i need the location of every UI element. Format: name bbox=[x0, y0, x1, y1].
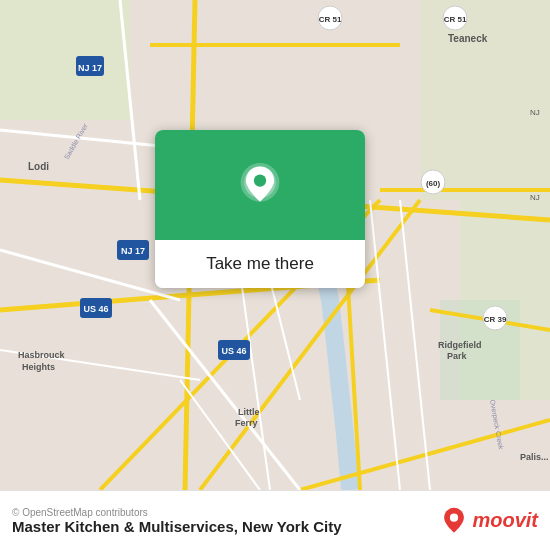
svg-rect-2 bbox=[420, 0, 550, 200]
svg-text:Ferry: Ferry bbox=[235, 418, 258, 428]
svg-text:NJ: NJ bbox=[530, 108, 540, 117]
moovit-pin-icon bbox=[440, 507, 468, 535]
svg-text:CR 39: CR 39 bbox=[484, 315, 507, 324]
svg-text:Heights: Heights bbox=[22, 362, 55, 372]
map-attribution: © OpenStreetMap contributors bbox=[12, 507, 342, 518]
svg-point-39 bbox=[254, 174, 266, 186]
svg-point-40 bbox=[450, 513, 458, 521]
moovit-brand-text: moovit bbox=[472, 509, 538, 532]
svg-rect-1 bbox=[0, 0, 130, 120]
svg-text:NJ 17: NJ 17 bbox=[78, 63, 102, 73]
take-me-there-button[interactable]: Take me there bbox=[155, 240, 365, 288]
svg-text:Lodi: Lodi bbox=[28, 161, 49, 172]
svg-text:Palis...: Palis... bbox=[520, 452, 549, 462]
svg-text:US 46: US 46 bbox=[221, 346, 246, 356]
moovit-logo: moovit bbox=[440, 507, 538, 535]
svg-text:(60): (60) bbox=[426, 179, 441, 188]
place-name-label: Master Kitchen & Multiservices, New York… bbox=[12, 518, 342, 535]
card-green-section bbox=[155, 130, 365, 240]
svg-text:Ridgefield: Ridgefield bbox=[438, 340, 482, 350]
svg-text:Park: Park bbox=[447, 351, 468, 361]
svg-text:NJ 17: NJ 17 bbox=[121, 246, 145, 256]
svg-text:CR 51: CR 51 bbox=[444, 15, 467, 24]
bottom-left-info: © OpenStreetMap contributors Master Kitc… bbox=[12, 507, 342, 535]
svg-text:CR 51: CR 51 bbox=[319, 15, 342, 24]
bottom-bar: © OpenStreetMap contributors Master Kitc… bbox=[0, 490, 550, 550]
svg-text:NJ: NJ bbox=[530, 193, 540, 202]
action-card: Take me there bbox=[155, 130, 365, 288]
svg-text:Hasbrouck: Hasbrouck bbox=[18, 350, 66, 360]
svg-text:Teaneck: Teaneck bbox=[448, 33, 488, 44]
map-container: NJ 17 CR 51 CR 51 (13) NJ 17 US 46 US 46… bbox=[0, 0, 550, 490]
svg-text:US 46: US 46 bbox=[83, 304, 108, 314]
svg-text:Little: Little bbox=[238, 407, 260, 417]
location-pin-icon bbox=[238, 163, 282, 207]
